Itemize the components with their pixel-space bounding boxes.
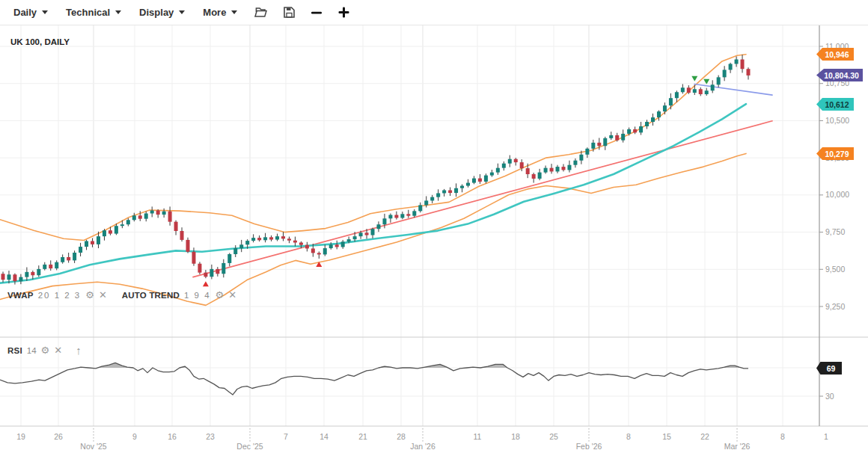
zoom-out-button[interactable] xyxy=(305,4,328,22)
zoom-in-button[interactable] xyxy=(331,3,356,22)
chevron-down-icon xyxy=(179,10,185,14)
rsi-indicator-params: 14 xyxy=(27,346,37,355)
overlay-indicators-row: VWAP 20 1 2 3 ⚙ ✕ AUTO TREND 1 9 4 ⚙ ✕ xyxy=(7,290,236,300)
svg-text:28: 28 xyxy=(397,432,406,441)
svg-text:26: 26 xyxy=(54,432,63,441)
svg-text:9: 9 xyxy=(132,432,137,441)
svg-text:19: 19 xyxy=(16,432,25,441)
svg-text:9,250: 9,250 xyxy=(825,302,845,311)
svg-text:22: 22 xyxy=(700,432,709,441)
svg-text:Jan '26: Jan '26 xyxy=(410,442,435,451)
move-pane-up-icon[interactable]: ↑ xyxy=(76,345,82,356)
price-level-badge: 10,612 xyxy=(816,98,854,111)
interval-menu-label: Daily xyxy=(13,7,37,18)
svg-text:15: 15 xyxy=(662,432,671,441)
more-menu-button[interactable]: More xyxy=(195,2,245,22)
svg-text:25: 25 xyxy=(549,432,558,441)
close-icon[interactable]: ✕ xyxy=(54,345,62,355)
autotrend-indicator-params: 1 9 4 xyxy=(184,291,211,300)
display-menu-label: Display xyxy=(139,7,174,18)
close-icon[interactable]: ✕ xyxy=(99,290,107,300)
svg-text:16: 16 xyxy=(168,432,177,441)
gear-icon[interactable]: ⚙ xyxy=(216,290,224,300)
svg-text:21: 21 xyxy=(358,432,367,441)
folder-open-icon xyxy=(254,6,268,19)
svg-text:10,500: 10,500 xyxy=(825,116,849,125)
svg-text:Mar '26: Mar '26 xyxy=(724,442,751,451)
save-layout-button[interactable] xyxy=(277,3,302,22)
chevron-down-icon xyxy=(42,10,48,14)
gear-icon[interactable]: ⚙ xyxy=(41,345,50,355)
rsi-indicator-row: RSI 14 ⚙ ✕ ↑ xyxy=(7,345,82,356)
chevron-down-icon xyxy=(115,10,121,14)
svg-text:Nov '25: Nov '25 xyxy=(80,442,106,451)
svg-text:18: 18 xyxy=(511,432,520,441)
display-menu-button[interactable]: Display xyxy=(132,2,192,22)
instrument-title: UK 100, DAILY xyxy=(10,37,70,46)
technical-menu-button[interactable]: Technical xyxy=(58,2,129,22)
svg-text:Feb '26: Feb '26 xyxy=(576,442,602,451)
price-level-badge: 10,804.30 xyxy=(816,69,863,81)
rsi-value-badge: 69 xyxy=(816,362,842,375)
buy-signal-marker xyxy=(203,281,209,286)
chart-toolbar: Daily Technical Display More xyxy=(0,0,868,25)
svg-text:14: 14 xyxy=(320,432,328,441)
save-icon xyxy=(283,6,296,19)
svg-text:11: 11 xyxy=(474,432,482,441)
rsi-indicator-label: RSI xyxy=(7,346,22,355)
svg-text:30: 30 xyxy=(825,392,834,401)
plus-icon xyxy=(337,6,350,19)
gear-icon[interactable]: ⚙ xyxy=(85,290,94,300)
svg-text:23: 23 xyxy=(206,432,215,441)
svg-text:Dec '25: Dec '25 xyxy=(236,442,263,451)
svg-text:10,000: 10,000 xyxy=(825,190,849,199)
svg-text:9,500: 9,500 xyxy=(825,265,845,274)
price-chart-canvas[interactable]: 11,00010,75010,50010,25010,0009,7509,500… xyxy=(0,0,868,453)
price-level-badge: 10,279 xyxy=(816,147,854,160)
open-layout-button[interactable] xyxy=(248,3,274,22)
svg-text:1: 1 xyxy=(824,432,828,441)
vwap-indicator-params: 20 1 2 3 xyxy=(38,291,82,300)
chevron-down-icon xyxy=(231,10,237,14)
minus-icon xyxy=(311,7,323,19)
vwap-indicator-label: VWAP xyxy=(7,291,34,300)
more-menu-label: More xyxy=(203,7,226,18)
svg-text:8: 8 xyxy=(626,432,631,441)
interval-menu-button[interactable]: Daily xyxy=(6,2,55,22)
svg-text:7: 7 xyxy=(284,432,288,441)
price-level-badge: 10,946 xyxy=(816,48,854,61)
technical-menu-label: Technical xyxy=(66,7,110,18)
sell-signal-marker xyxy=(691,76,697,81)
close-icon[interactable]: ✕ xyxy=(228,290,236,300)
svg-text:9,750: 9,750 xyxy=(825,227,845,236)
svg-text:8: 8 xyxy=(780,432,785,441)
autotrend-indicator-label: AUTO TREND xyxy=(122,291,180,300)
